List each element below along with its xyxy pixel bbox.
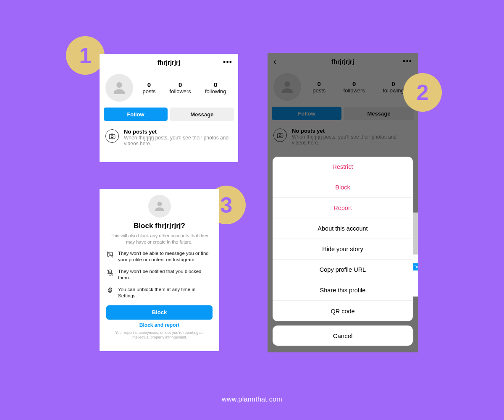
- stat-posts-count: 0: [143, 81, 156, 88]
- svg-point-2: [111, 136, 113, 138]
- person-icon: [111, 79, 128, 96]
- stat-followers[interactable]: 0 followers: [170, 81, 191, 94]
- block-confirm-button[interactable]: Block: [106, 305, 213, 320]
- sheet-option-hide-story[interactable]: Hide your story: [273, 239, 413, 260]
- step-badge-1: 1: [66, 36, 105, 75]
- sheet-option-report[interactable]: Report: [273, 198, 413, 218]
- sheet-option-copy-url[interactable]: Copy profile URL: [273, 260, 413, 280]
- sheet-option-restrict[interactable]: Restrict: [273, 157, 413, 177]
- no-posts-title: No posts yet: [124, 129, 232, 135]
- stat-followers-count: 0: [170, 81, 191, 88]
- sheet-cancel-button[interactable]: Cancel: [273, 326, 413, 346]
- bell-off-icon: [106, 269, 114, 276]
- camera-icon: [105, 129, 119, 143]
- block-and-report-link[interactable]: Block and report: [139, 322, 179, 328]
- stat-posts-label: posts: [143, 88, 156, 94]
- block-dialog-footer: Your report is anonymous, unless you're …: [106, 331, 213, 340]
- phone-actionsheet-card: ‹ fhrjrjrjrj ••• 0posts 0followers 0foll…: [268, 53, 418, 352]
- svg-point-6: [157, 202, 162, 206]
- blocked-chat-icon: [106, 251, 114, 258]
- person-icon: [153, 200, 166, 213]
- sheet-option-qr[interactable]: QR code: [273, 301, 413, 321]
- footer-url: www.plannthat.com: [0, 396, 504, 403]
- dialog-avatar: [148, 195, 171, 218]
- block-dialog-row3: You can unblock them at any time in Sett…: [118, 286, 213, 299]
- step-badge-2: 2: [403, 73, 442, 112]
- svg-line-8: [107, 270, 113, 276]
- block-dialog-title: Block fhrjrjrjrj?: [134, 222, 185, 230]
- profile-username: fhrjrjrjrj: [158, 59, 180, 66]
- svg-rect-1: [109, 134, 115, 139]
- follow-button[interactable]: Follow: [104, 108, 168, 121]
- block-dialog-row1: They won't be able to message you or fin…: [118, 250, 213, 263]
- sheet-option-share[interactable]: Share this profile: [273, 280, 413, 301]
- no-posts-subtitle: When fhrjrjrjrj posts, you'll see their …: [124, 135, 232, 147]
- sheet-option-about[interactable]: About this account: [273, 218, 413, 239]
- stat-following-count: 0: [205, 81, 226, 88]
- stat-posts[interactable]: 0 posts: [143, 81, 156, 94]
- sheet-option-block[interactable]: Block: [273, 177, 413, 198]
- profile-avatar[interactable]: [105, 74, 133, 102]
- block-dialog-row2: They won't be notified that you blocked …: [118, 268, 213, 281]
- block-dialog-subtitle: This will also block any other accounts …: [106, 233, 213, 245]
- more-options-button[interactable]: •••: [223, 58, 232, 67]
- action-sheet: Restrict Block Report About this account…: [273, 157, 413, 321]
- stat-followers-label: followers: [170, 88, 191, 94]
- svg-point-9: [109, 290, 111, 292]
- gear-icon: [106, 287, 114, 294]
- stat-following[interactable]: 0 following: [205, 81, 226, 94]
- stat-following-label: following: [205, 88, 226, 94]
- message-button[interactable]: Message: [170, 108, 234, 121]
- block-dialog-card: Block fhrjrjrjrj? This will also block a…: [100, 189, 219, 351]
- profile-card: fhrjrjrjrj ••• 0 posts 0 followers 0 fol…: [100, 54, 238, 162]
- svg-point-0: [116, 82, 122, 88]
